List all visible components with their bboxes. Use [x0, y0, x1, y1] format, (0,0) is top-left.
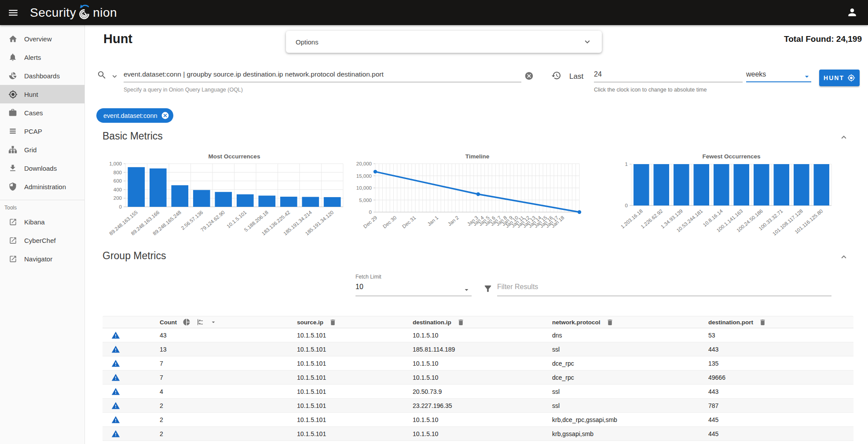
- network-protocol-cell[interactable]: ssl: [552, 346, 708, 353]
- column-header-destination-port[interactable]: destination.port: [708, 319, 853, 326]
- source-ip-cell[interactable]: 10.1.5.101: [297, 346, 413, 353]
- count-cell[interactable]: 7: [160, 360, 297, 367]
- hunt-page: Security nion Overview Alerts Dash: [0, 0, 868, 444]
- sankey-icon[interactable]: [196, 318, 204, 326]
- destination-port-cell[interactable]: 49666: [708, 374, 853, 381]
- trash-icon[interactable]: [329, 319, 337, 326]
- destination-ip-cell[interactable]: 10.1.5.10: [413, 416, 552, 423]
- destination-ip-cell[interactable]: 185.81.114.189: [413, 346, 552, 353]
- chip-close-icon[interactable]: [161, 111, 169, 120]
- destination-ip-cell[interactable]: 10.1.5.10: [413, 360, 552, 367]
- count-cell[interactable]: 13: [160, 346, 297, 353]
- alert-icon[interactable]: [111, 373, 120, 382]
- basic-metrics-collapse-icon[interactable]: [839, 132, 849, 143]
- source-ip-cell[interactable]: 10.1.5.101: [297, 430, 413, 437]
- timeline-chart[interactable]: Timeline20,00015,00010,0005,0000Dec 29De…: [355, 150, 604, 249]
- destination-ip-cell[interactable]: 23.227.196.35: [413, 402, 552, 409]
- source-ip-cell[interactable]: 10.1.5.101: [297, 388, 413, 395]
- destination-ip-cell[interactable]: 10.1.5.10: [413, 332, 552, 339]
- destination-port-cell[interactable]: 443: [708, 346, 853, 353]
- column-header-count[interactable]: Count: [160, 318, 297, 326]
- source-ip-cell[interactable]: 10.1.5.101: [297, 374, 413, 381]
- destination-ip-cell[interactable]: 10.1.5.10: [413, 374, 552, 381]
- sidebar-item-downloads[interactable]: Downloads: [0, 159, 84, 177]
- account-icon[interactable]: [843, 4, 861, 21]
- filter-results-placeholder: Filter Results: [497, 283, 538, 290]
- source-ip-cell[interactable]: 10.1.5.101: [297, 416, 413, 423]
- destination-port-cell[interactable]: 445: [708, 416, 853, 423]
- alert-icon[interactable]: [111, 401, 120, 410]
- sidebar-item-kibana[interactable]: Kibana: [0, 213, 84, 231]
- destination-port-cell[interactable]: 445: [708, 430, 853, 437]
- destination-port-cell[interactable]: 787: [708, 402, 853, 409]
- time-amount-input[interactable]: 24: [594, 70, 743, 82]
- source-ip-cell[interactable]: 10.1.5.101: [297, 332, 413, 339]
- sidebar-item-overview[interactable]: Overview: [0, 29, 84, 48]
- table-row: 1310.1.5.101185.81.114.189ssl443: [103, 342, 853, 356]
- sidebar-item-alerts[interactable]: Alerts: [0, 48, 84, 66]
- trash-icon[interactable]: [759, 319, 766, 326]
- column-header-network-protocol[interactable]: network.protocol: [552, 319, 708, 326]
- svg-text:Jan 2: Jan 2: [447, 215, 460, 227]
- network-protocol-cell[interactable]: ssl: [552, 388, 708, 395]
- time-unit-select[interactable]: weeks: [746, 70, 811, 82]
- sidebar-item-grid[interactable]: Grid: [0, 140, 84, 159]
- source-ip-cell[interactable]: 10.1.5.101: [297, 360, 413, 367]
- sidebar-item-hunt[interactable]: Hunt: [0, 85, 84, 103]
- most-occurrences-chart[interactable]: Most Occurrences1,000800600400200089.248…: [103, 150, 347, 249]
- filter-results-input[interactable]: Filter Results: [497, 283, 831, 296]
- network-protocol-cell[interactable]: krb,dce_rpc,gssapi,smb: [552, 416, 708, 423]
- destination-port-cell[interactable]: 53: [708, 332, 853, 339]
- network-protocol-cell[interactable]: krb,gssapi,smb: [552, 430, 708, 437]
- clear-query-icon[interactable]: [524, 71, 534, 81]
- count-cell[interactable]: 4: [160, 388, 297, 395]
- alert-icon[interactable]: [111, 331, 120, 340]
- alert-icon[interactable]: [111, 429, 120, 438]
- query-input[interactable]: event.dataset:conn | groupby source.ip d…: [124, 70, 521, 82]
- count-cell[interactable]: 2: [160, 416, 297, 423]
- count-cell[interactable]: 7: [160, 374, 297, 381]
- sidebar-item-cases[interactable]: Cases: [0, 103, 84, 122]
- network-protocol-cell[interactable]: dce_rpc: [552, 374, 708, 381]
- network-protocol-cell[interactable]: dce_rpc: [552, 360, 708, 367]
- group-metrics-collapse-icon[interactable]: [839, 252, 849, 262]
- page-title: Hunt: [103, 32, 132, 46]
- trash-icon[interactable]: [606, 319, 614, 326]
- alert-icon[interactable]: [111, 415, 120, 424]
- network-protocol-cell[interactable]: ssl: [552, 402, 708, 409]
- open-in-new-icon: [8, 235, 18, 245]
- alert-icon[interactable]: [111, 345, 120, 354]
- destination-port-cell[interactable]: 135: [708, 360, 853, 367]
- fetch-limit-select[interactable]: 10: [355, 283, 472, 296]
- fewest-occurrences-chart[interactable]: Fewest Occurrences101.203.16.181.226.62.…: [611, 150, 861, 249]
- column-header-destination-ip[interactable]: destination.ip: [413, 319, 552, 326]
- alert-icon[interactable]: [111, 387, 120, 396]
- query-hint: Specify a query in Onion Query Language …: [124, 87, 243, 93]
- caret-down-icon[interactable]: [210, 319, 217, 326]
- count-cell[interactable]: 2: [160, 430, 297, 437]
- sidebar-tools-caption: Tools: [0, 200, 84, 213]
- column-header-source-ip[interactable]: source.ip: [297, 319, 413, 326]
- time-hint: Click the clock icon to change to absolu…: [594, 87, 707, 93]
- destination-ip-cell[interactable]: 10.1.5.10: [413, 430, 552, 437]
- alert-icon[interactable]: [111, 359, 120, 368]
- destination-ip-cell[interactable]: 20.50.73.9: [413, 388, 552, 395]
- trash-icon[interactable]: [457, 319, 465, 326]
- hunt-button[interactable]: HUNT: [819, 70, 860, 86]
- options-panel-toggle[interactable]: Options: [286, 31, 602, 53]
- filter-chip[interactable]: event.dataset:conn: [96, 108, 173, 123]
- sidebar-item-administration[interactable]: Administration: [0, 177, 84, 196]
- sidebar-item-pcap[interactable]: PCAP: [0, 122, 84, 140]
- network-protocol-cell[interactable]: dns: [552, 332, 708, 339]
- pie-chart-icon[interactable]: [183, 318, 190, 326]
- sidebar-item-navigator[interactable]: Navigator: [0, 250, 84, 268]
- source-ip-cell[interactable]: 10.1.5.101: [297, 402, 413, 409]
- sidebar-item-dashboards[interactable]: Dashboards: [0, 66, 84, 85]
- count-cell[interactable]: 43: [160, 332, 297, 339]
- sidebar-item-cyberchef[interactable]: CyberChef: [0, 231, 84, 250]
- clock-history-icon[interactable]: [551, 70, 561, 81]
- menu-icon[interactable]: [3, 2, 24, 23]
- count-cell[interactable]: 2: [160, 402, 297, 409]
- destination-port-cell[interactable]: 443: [708, 388, 853, 395]
- query-history-chevron-icon[interactable]: [110, 72, 119, 81]
